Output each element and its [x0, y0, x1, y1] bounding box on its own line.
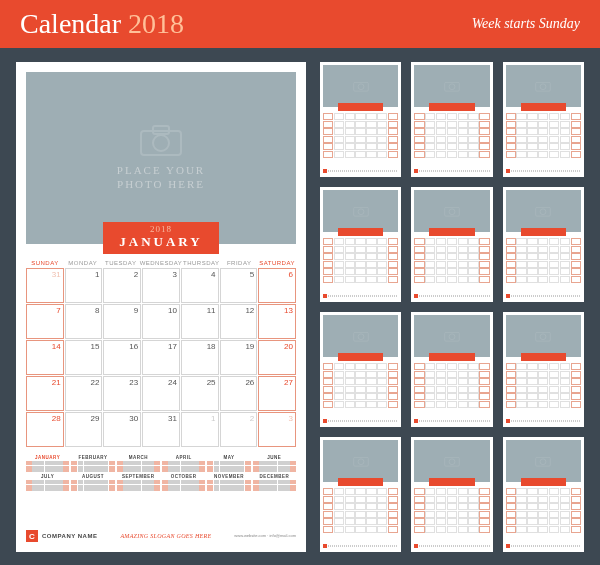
photo-placeholder: PLACE YOUR PHOTO HERE 2018 JANUARY	[26, 72, 296, 244]
header: Calendar 2018 Week starts Sunday	[0, 0, 600, 48]
svg-point-16	[358, 334, 364, 340]
day-header: FRIDAY	[220, 260, 258, 266]
month-thumbnails	[320, 62, 584, 552]
day-header: SUNDAY	[26, 260, 64, 266]
date-cell: 31	[26, 268, 64, 303]
thumb-badge	[338, 103, 383, 111]
day-header: MONDAY	[64, 260, 102, 266]
thumb-photo	[506, 65, 581, 107]
date-cell: 3	[142, 268, 180, 303]
date-cell: 20	[258, 340, 296, 375]
svg-point-12	[449, 209, 455, 215]
brand-name: COMPANY NAME	[42, 533, 97, 539]
svg-point-2	[153, 135, 169, 151]
month-thumb	[411, 62, 492, 177]
thumb-photo	[506, 190, 581, 232]
date-cell: 23	[103, 376, 141, 411]
date-cell: 6	[258, 268, 296, 303]
thumb-photo	[323, 440, 398, 482]
mini-year-row: JANUARYFEBRUARYMARCHAPRILMAYJUNEJULYAUGU…	[26, 455, 296, 491]
brand-logo: C	[26, 530, 38, 542]
date-cell: 5	[220, 268, 258, 303]
date-cells: 3112345678910111213141516171819202122232…	[26, 268, 296, 447]
thumb-badge	[338, 353, 383, 361]
date-cell: 15	[65, 340, 103, 375]
camera-icon	[535, 455, 551, 467]
svg-point-20	[540, 334, 546, 340]
camera-icon	[444, 205, 460, 217]
date-cell: 18	[181, 340, 219, 375]
mini-month: SEPTEMBER	[117, 474, 160, 491]
svg-point-8	[540, 84, 546, 90]
camera-icon	[535, 205, 551, 217]
month-badge: 2018 JANUARY	[103, 222, 218, 254]
thumb-badge	[338, 478, 383, 486]
svg-point-10	[358, 209, 364, 215]
mini-month: JULY	[26, 474, 69, 491]
camera-icon	[444, 455, 460, 467]
mini-month: DECEMBER	[253, 474, 296, 491]
thumb-photo	[414, 315, 489, 357]
mini-month: OCTOBER	[162, 474, 205, 491]
thumb-badge	[429, 353, 474, 361]
month-thumb	[411, 312, 492, 427]
thumb-photo	[506, 440, 581, 482]
thumb-photo	[414, 190, 489, 232]
thumb-photo	[506, 315, 581, 357]
day-header: WEDNESDAY	[140, 260, 183, 266]
contact-info: www.website.com · info@mail.com	[234, 534, 296, 539]
thumb-badge	[521, 228, 566, 236]
slogan: AMAZING SLOGAN GOES HERE	[101, 533, 230, 539]
month-thumb	[503, 62, 584, 177]
date-cell: 21	[26, 376, 64, 411]
month-thumb	[320, 187, 401, 302]
thumb-photo	[414, 65, 489, 107]
month-thumb	[320, 312, 401, 427]
date-cell: 17	[142, 340, 180, 375]
date-cell: 12	[220, 304, 258, 339]
thumb-photo	[323, 315, 398, 357]
camera-icon	[535, 80, 551, 92]
svg-point-4	[358, 84, 364, 90]
date-cell: 16	[103, 340, 141, 375]
date-cell: 27	[258, 376, 296, 411]
main-content: PLACE YOUR PHOTO HERE 2018 JANUARY SUNDA…	[0, 48, 600, 565]
date-cell: 11	[181, 304, 219, 339]
thumb-badge	[521, 103, 566, 111]
mini-month: JUNE	[253, 455, 296, 472]
date-cell: 26	[220, 376, 258, 411]
month-grid: SUNDAYMONDAYTUESDAYWEDNESDAYTHURSDAYFRID…	[26, 260, 296, 447]
thumb-photo	[323, 190, 398, 232]
svg-point-18	[449, 334, 455, 340]
camera-icon	[353, 330, 369, 342]
camera-icon	[139, 125, 183, 157]
mini-month: AUGUST	[71, 474, 114, 491]
date-cell: 4	[181, 268, 219, 303]
svg-point-24	[449, 459, 455, 465]
date-cell: 19	[220, 340, 258, 375]
camera-icon	[353, 80, 369, 92]
month-thumb	[503, 437, 584, 552]
date-cell: 30	[103, 412, 141, 447]
month-thumb	[411, 187, 492, 302]
date-cell: 22	[65, 376, 103, 411]
day-header: SATURDAY	[258, 260, 296, 266]
svg-point-14	[540, 209, 546, 215]
date-cell: 8	[65, 304, 103, 339]
date-cell: 28	[26, 412, 64, 447]
mini-month: NOVEMBER	[207, 474, 250, 491]
thumb-photo	[414, 440, 489, 482]
day-headers: SUNDAYMONDAYTUESDAYWEDNESDAYTHURSDAYFRID…	[26, 260, 296, 266]
mini-month: MAY	[207, 455, 250, 472]
thumb-badge	[429, 228, 474, 236]
date-cell: 3	[258, 412, 296, 447]
camera-icon	[353, 205, 369, 217]
date-cell: 1	[181, 412, 219, 447]
date-cell: 2	[220, 412, 258, 447]
thumb-photo	[323, 65, 398, 107]
date-cell: 2	[103, 268, 141, 303]
date-cell: 7	[26, 304, 64, 339]
date-cell: 10	[142, 304, 180, 339]
month-thumb	[503, 187, 584, 302]
mini-month: JANUARY	[26, 455, 69, 472]
